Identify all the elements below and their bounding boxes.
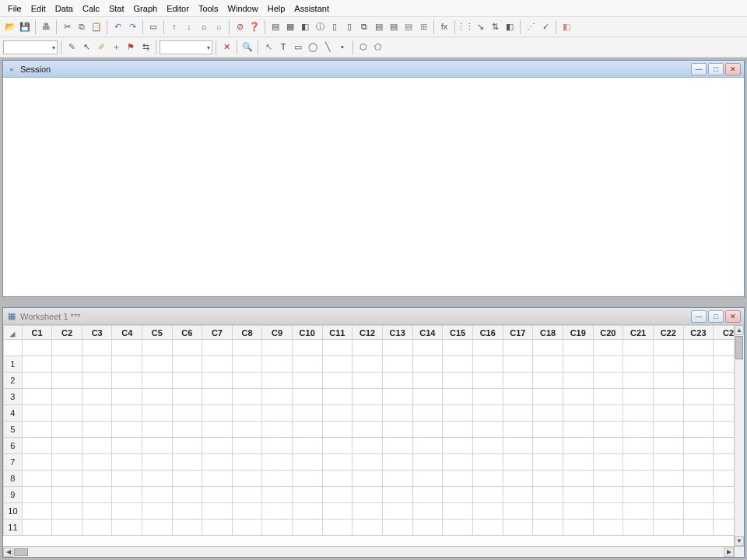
cell[interactable] <box>142 405 173 422</box>
cell[interactable] <box>322 422 352 438</box>
column-header[interactable]: C10 <box>292 326 322 340</box>
cell[interactable] <box>443 389 473 405</box>
pointer-icon[interactable]: ↖ <box>262 41 275 54</box>
cell[interactable] <box>82 503 112 520</box>
cell[interactable] <box>563 422 593 438</box>
cell[interactable] <box>142 520 173 536</box>
cell[interactable] <box>352 454 383 471</box>
cell[interactable] <box>443 356 473 373</box>
menu-data[interactable]: Data <box>51 2 78 15</box>
menu-file[interactable]: File <box>3 2 26 15</box>
cell[interactable] <box>412 487 443 503</box>
minimize-button[interactable]: — <box>691 63 707 75</box>
cell[interactable] <box>472 373 503 389</box>
cell[interactable] <box>653 503 683 520</box>
cell[interactable] <box>52 503 82 520</box>
column-header[interactable]: C3 <box>82 326 112 340</box>
cell[interactable] <box>563 503 593 520</box>
column-name-cell[interactable] <box>472 340 503 356</box>
cell[interactable] <box>653 422 683 438</box>
cell[interactable] <box>112 389 142 405</box>
arrow-up-icon[interactable]: ↑ <box>168 21 181 33</box>
show-info-icon[interactable]: ⓘ <box>314 21 326 33</box>
column-name-cell[interactable] <box>563 340 593 356</box>
scroll-down-icon[interactable]: ▼ <box>735 536 744 546</box>
cell[interactable] <box>683 405 714 422</box>
cell[interactable] <box>593 422 623 438</box>
graph-variable-combo[interactable]: ▾ <box>3 40 58 54</box>
menu-graph[interactable]: Graph <box>129 2 163 15</box>
session-body[interactable] <box>3 78 744 296</box>
cell[interactable] <box>22 471 52 487</box>
cell[interactable] <box>533 389 563 405</box>
cell[interactable] <box>82 389 112 405</box>
cell[interactable] <box>472 438 503 454</box>
cell[interactable] <box>382 422 412 438</box>
menu-assistant[interactable]: Assistant <box>289 2 334 15</box>
column-header[interactable]: C1 <box>22 326 52 340</box>
cell[interactable] <box>623 405 654 422</box>
row-header[interactable]: 3 <box>4 389 23 405</box>
cell[interactable] <box>593 405 623 422</box>
stat-desc-icon[interactable]: ⋮⋮ <box>459 21 472 33</box>
cell[interactable] <box>563 373 593 389</box>
cell[interactable] <box>503 471 533 487</box>
cell[interactable] <box>352 373 383 389</box>
row-header[interactable]: 10 <box>4 503 23 520</box>
cell[interactable] <box>82 373 112 389</box>
column-name-cell[interactable] <box>382 340 412 356</box>
column-name-cell[interactable] <box>112 340 142 356</box>
cell[interactable] <box>503 373 533 389</box>
cell[interactable] <box>683 503 714 520</box>
cell[interactable] <box>593 471 623 487</box>
column-name-cell[interactable] <box>202 340 233 356</box>
cancel-icon[interactable]: ⊘ <box>233 21 246 33</box>
column-header[interactable]: C9 <box>262 326 293 340</box>
cell[interactable] <box>352 471 383 487</box>
column-name-cell[interactable] <box>262 340 293 356</box>
column-name-cell[interactable] <box>503 340 533 356</box>
horizontal-scroll-thumb[interactable] <box>14 548 28 556</box>
cell[interactable] <box>653 389 683 405</box>
cell[interactable] <box>112 520 142 536</box>
cell[interactable] <box>22 503 52 520</box>
status-bar-icon[interactable]: ▤ <box>402 21 415 33</box>
cell[interactable] <box>322 405 352 422</box>
cell[interactable] <box>322 389 352 405</box>
cell[interactable] <box>232 503 262 520</box>
cell[interactable] <box>232 487 262 503</box>
edit-mode-icon[interactable]: ✎ <box>65 41 78 54</box>
column-header[interactable]: C7 <box>202 326 233 340</box>
cell[interactable] <box>412 520 443 536</box>
cell[interactable] <box>623 373 654 389</box>
vertical-scroll-thumb[interactable] <box>735 336 743 359</box>
cell[interactable] <box>563 520 593 536</box>
close-button[interactable]: ✕ <box>725 310 741 323</box>
cell[interactable] <box>52 471 82 487</box>
cell[interactable] <box>262 471 293 487</box>
cell[interactable] <box>82 422 112 438</box>
cell[interactable] <box>82 438 112 454</box>
column-header[interactable]: C19 <box>563 326 593 340</box>
column-header[interactable]: C4 <box>112 326 142 340</box>
column-header[interactable]: C5 <box>142 326 173 340</box>
maximize-button[interactable]: □ <box>708 310 724 323</box>
cell[interactable] <box>412 454 443 471</box>
menu-window[interactable]: Window <box>223 2 263 15</box>
cell[interactable] <box>202 356 233 373</box>
cell[interactable] <box>563 471 593 487</box>
cell[interactable] <box>172 405 202 422</box>
worksheet-grid[interactable]: ◢C1C2C3C4C5C6C7C8C9C10C11C12C13C14C15C16… <box>3 325 744 546</box>
cell[interactable] <box>382 405 412 422</box>
cell[interactable] <box>683 373 714 389</box>
cell[interactable] <box>142 487 173 503</box>
cell[interactable] <box>52 356 82 373</box>
cell[interactable] <box>22 520 52 536</box>
cell[interactable] <box>412 405 443 422</box>
cell[interactable] <box>262 422 293 438</box>
cell[interactable] <box>52 389 82 405</box>
column-name-cell[interactable] <box>623 340 654 356</box>
cell[interactable] <box>22 405 52 422</box>
cell[interactable] <box>593 373 623 389</box>
cell[interactable] <box>292 389 322 405</box>
